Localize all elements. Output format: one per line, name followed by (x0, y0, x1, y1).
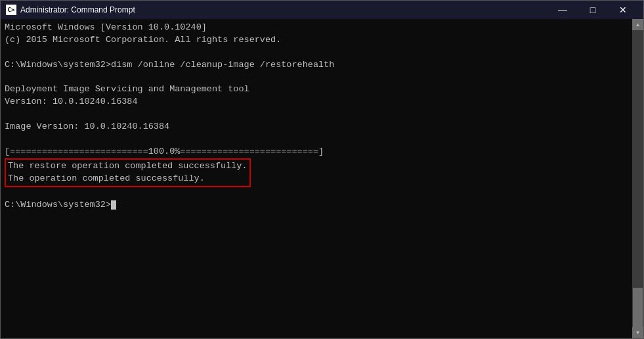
cursor (111, 200, 116, 210)
line-tool: Deployment Image Servicing and Managemen… (5, 84, 249, 94)
minimize-button[interactable]: — (547, 1, 578, 19)
window-icon: C> (6, 5, 16, 15)
progress-line: [==========================100.0%=======… (5, 147, 324, 156)
final-prompt: C:\Windows\system32> (5, 200, 116, 210)
console-area: Microsoft Windows [Version 10.0.10240] (… (1, 19, 643, 338)
close-button[interactable]: ✕ (608, 1, 638, 19)
title-bar: C> Administrator: Command Prompt — □ ✕ (1, 1, 643, 19)
line-blank-4 (5, 134, 10, 144)
line-1: Microsoft Windows [Version 10.0.10240] (5, 22, 207, 32)
line-image-version: Image Version: 10.0.10240.16384 (5, 122, 169, 131)
scrollbar-up-arrow[interactable]: ▲ (632, 19, 643, 30)
line-command: C:\Windows\system32>dism /online /cleanu… (5, 60, 334, 70)
scrollbar-track[interactable] (632, 30, 643, 327)
success-line-1: The restore operation completed successf… (8, 161, 247, 171)
line-2: (c) 2015 Microsoft Corporation. All righ… (5, 35, 281, 45)
line-version: Version: 10.0.10240.16384 (5, 97, 138, 106)
window: C> Administrator: Command Prompt — □ ✕ M… (0, 0, 644, 339)
title-bar-text: Administrator: Command Prompt (20, 5, 547, 14)
line-blank-1 (5, 47, 10, 57)
success-block: The restore operation completed successf… (5, 158, 251, 187)
line-blank-5 (5, 188, 10, 198)
title-bar-controls: — □ ✕ (547, 1, 638, 19)
console-output: Microsoft Windows [Version 10.0.10240] (… (1, 19, 632, 338)
line-blank-2 (5, 72, 10, 82)
scrollbar-down-arrow[interactable]: ▼ (632, 327, 643, 338)
success-line-2: The operation completed successfully. (8, 173, 205, 183)
maximize-button[interactable]: □ (578, 1, 608, 19)
line-blank-3 (5, 109, 10, 119)
scrollbar[interactable]: ▲ ▼ (632, 19, 643, 338)
scrollbar-thumb[interactable] (633, 288, 643, 327)
